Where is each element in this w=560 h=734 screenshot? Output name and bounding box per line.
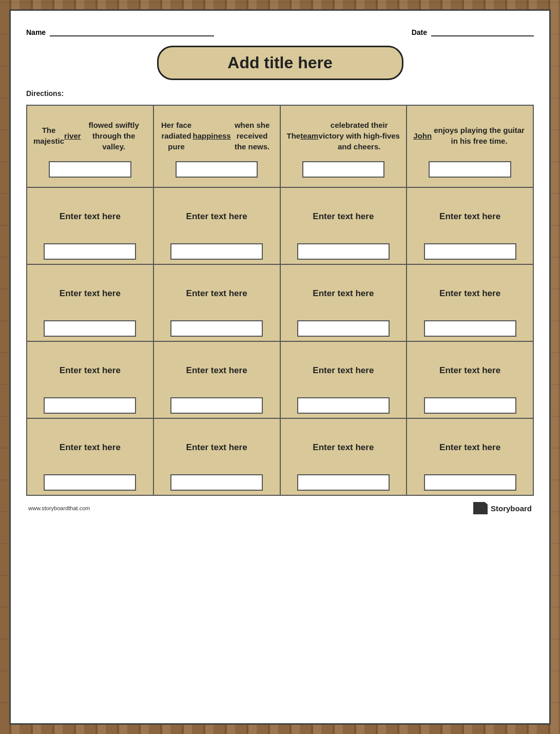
header-cell-1: Her face radiated pure happiness when sh… — [154, 106, 281, 188]
answer-box-3-2[interactable] — [297, 397, 390, 414]
answer-box-wrapper-3-1 — [154, 394, 280, 418]
directions-label: Directions: — [26, 89, 534, 98]
content-cell-4-3: Enter text here — [407, 419, 534, 496]
content-cell-4-2: Enter text here — [281, 419, 408, 496]
answer-box-1-0[interactable] — [44, 243, 136, 260]
answer-box-1[interactable] — [176, 161, 258, 178]
answer-box-wrapper-0 — [33, 158, 147, 182]
answer-box-wrapper-2-3 — [407, 317, 533, 341]
footer: www.storyboardthat.com Storyboard — [26, 502, 534, 514]
main-grid: The majestic river flowed swiftly throug… — [26, 105, 534, 496]
answer-box-wrapper-3 — [413, 158, 527, 182]
answer-box-4-3[interactable] — [424, 474, 516, 491]
content-text-3-1[interactable]: Enter text here — [154, 342, 280, 394]
content-text-1-1[interactable]: Enter text here — [154, 188, 280, 240]
content-cell-2-2: Enter text here — [281, 265, 408, 342]
content-text-3-3[interactable]: Enter text here — [407, 342, 533, 394]
answer-box-1-1[interactable] — [170, 243, 263, 260]
content-text-2-3[interactable]: Enter text here — [407, 265, 533, 317]
content-cell-4-0: Enter text here — [27, 419, 154, 496]
answer-box-wrapper-3-2 — [281, 394, 407, 418]
content-cell-1-1: Enter text here — [154, 188, 281, 265]
answer-box-wrapper-4-2 — [281, 471, 407, 495]
answer-box-wrapper-2 — [287, 158, 400, 182]
header-cell-2: The team celebrated their victory with h… — [281, 106, 408, 188]
content-cell-4-1: Enter text here — [154, 419, 281, 496]
name-field: Name — [26, 26, 214, 36]
brand-name: Storyboard — [491, 504, 532, 513]
content-text-4-1[interactable]: Enter text here — [154, 419, 280, 471]
content-cell-3-0: Enter text here — [27, 342, 154, 419]
content-text-3-0[interactable]: Enter text here — [27, 342, 153, 394]
content-text-1-0[interactable]: Enter text here — [27, 188, 153, 240]
answer-box-4-2[interactable] — [297, 474, 390, 491]
storyboard-icon — [473, 502, 488, 514]
answer-box-wrapper-4-0 — [27, 471, 153, 495]
content-cell-1-3: Enter text here — [407, 188, 534, 265]
answer-box-wrapper-2-2 — [281, 317, 407, 341]
date-field: Date — [412, 26, 534, 36]
content-text-2-2[interactable]: Enter text here — [281, 265, 407, 317]
answer-box-wrapper-1-0 — [27, 240, 153, 264]
content-cell-2-1: Enter text here — [154, 265, 281, 342]
answer-box-3-3[interactable] — [424, 397, 516, 414]
answer-box-wrapper-4-1 — [154, 471, 280, 495]
content-text-1-2[interactable]: Enter text here — [281, 188, 407, 240]
answer-box-1-2[interactable] — [297, 243, 390, 260]
answer-box-wrapper-1 — [160, 158, 274, 182]
content-text-2-1[interactable]: Enter text here — [154, 265, 280, 317]
answer-box-2-0[interactable] — [44, 320, 136, 337]
answer-box-wrapper-3-3 — [407, 394, 533, 418]
content-cell-3-2: Enter text here — [281, 342, 408, 419]
answer-box-3-0[interactable] — [44, 397, 136, 414]
content-text-2-0[interactable]: Enter text here — [27, 265, 153, 317]
content-cell-1-0: Enter text here — [27, 188, 154, 265]
content-cell-3-3: Enter text here — [407, 342, 534, 419]
answer-box-wrapper-1-3 — [407, 240, 533, 264]
header-cell-0: The majestic river flowed swiftly throug… — [27, 106, 154, 188]
content-cell-2-3: Enter text here — [407, 265, 534, 342]
answer-box-2-1[interactable] — [170, 320, 263, 337]
name-label: Name — [26, 28, 46, 36]
content-text-4-0[interactable]: Enter text here — [27, 419, 153, 471]
answer-box-2-2[interactable] — [297, 320, 390, 337]
content-text-1-3[interactable]: Enter text here — [407, 188, 533, 240]
answer-box-wrapper-1-2 — [281, 240, 407, 264]
content-cell-1-2: Enter text here — [281, 188, 408, 265]
footer-url: www.storyboardthat.com — [28, 505, 90, 511]
answer-box-wrapper-2-0 — [27, 317, 153, 341]
answer-box-0[interactable] — [49, 161, 131, 178]
date-line — [431, 26, 534, 36]
answer-box-2-3[interactable] — [424, 320, 516, 337]
title-box[interactable]: Add title here — [157, 46, 403, 80]
answer-box-4-1[interactable] — [170, 474, 263, 491]
outer-frame: Name Date Add title here Directions: The… — [0, 0, 560, 734]
answer-box-2[interactable] — [302, 161, 385, 178]
answer-box-3-1[interactable] — [170, 397, 263, 414]
header-cell-text-1: Her face radiated pure happiness when sh… — [160, 113, 274, 158]
answer-box-3[interactable] — [429, 161, 511, 178]
answer-box-wrapper-3-0 — [27, 394, 153, 418]
answer-box-wrapper-4-3 — [407, 471, 533, 495]
header-cell-text-0: The majestic river flowed swiftly throug… — [33, 113, 147, 158]
name-line — [50, 26, 214, 36]
header-cell-3: John enjoys playing the guitar in his fr… — [407, 106, 534, 188]
inner-page: Name Date Add title here Directions: The… — [9, 9, 551, 725]
title-wrapper: Add title here — [26, 46, 534, 80]
answer-box-4-0[interactable] — [44, 474, 136, 491]
content-text-3-2[interactable]: Enter text here — [281, 342, 407, 394]
answer-box-wrapper-1-1 — [154, 240, 280, 264]
header-row: Name Date — [26, 26, 534, 36]
content-cell-3-1: Enter text here — [154, 342, 281, 419]
header-cell-text-2: The team celebrated their victory with h… — [287, 113, 400, 158]
content-cell-2-0: Enter text here — [27, 265, 154, 342]
footer-brand: Storyboard — [473, 502, 532, 514]
content-text-4-3[interactable]: Enter text here — [407, 419, 533, 471]
header-cell-text-3: John enjoys playing the guitar in his fr… — [413, 113, 527, 158]
answer-box-1-3[interactable] — [424, 243, 516, 260]
content-text-4-2[interactable]: Enter text here — [281, 419, 407, 471]
date-label: Date — [412, 28, 427, 36]
answer-box-wrapper-2-1 — [154, 317, 280, 341]
